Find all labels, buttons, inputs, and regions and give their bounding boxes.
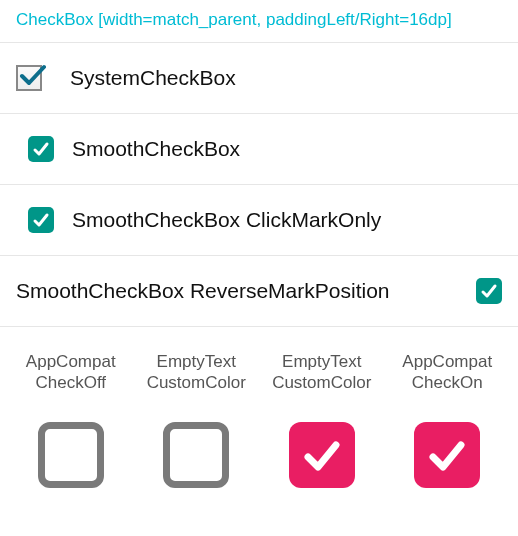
smooth-checkbox-icon[interactable] <box>28 136 54 162</box>
emptytext-customcolor-on-icon[interactable] <box>289 422 355 488</box>
grid-label-emptytext-1: EmptyText CustomColor <box>138 351 256 394</box>
emptytext-customcolor-off-icon[interactable] <box>163 422 229 488</box>
system-checkbox-label: SystemCheckBox <box>70 66 236 90</box>
grid-labels: AppCompat CheckOff EmptyText CustomColor… <box>12 351 506 394</box>
grid-label-emptytext-2: EmptyText CustomColor <box>263 351 381 394</box>
row-smooth-reverse[interactable]: SmoothCheckBox ReverseMarkPosition <box>0 256 518 327</box>
grid-cell-2 <box>263 422 381 488</box>
row-smooth-clickmark[interactable]: SmoothCheckBox ClickMarkOnly <box>0 185 518 256</box>
grid-cell-1 <box>138 422 256 488</box>
grid-label-appcompat-off: AppCompat CheckOff <box>12 351 130 394</box>
grid-checks <box>12 422 506 488</box>
grid-cell-0 <box>12 422 130 488</box>
grid-section: AppCompat CheckOff EmptyText CustomColor… <box>0 327 518 498</box>
appcompat-checkon-icon[interactable] <box>414 422 480 488</box>
smooth-checkbox-label: SmoothCheckBox <box>72 137 240 161</box>
smooth-clickmark-icon[interactable] <box>28 207 54 233</box>
system-checkbox-icon[interactable] <box>16 65 42 91</box>
smooth-clickmark-label: SmoothCheckBox ClickMarkOnly <box>72 208 381 232</box>
smooth-reverse-icon[interactable] <box>476 278 502 304</box>
grid-cell-3 <box>389 422 507 488</box>
smooth-reverse-label: SmoothCheckBox ReverseMarkPosition <box>16 279 458 303</box>
appcompat-checkoff-icon[interactable] <box>38 422 104 488</box>
page-title: CheckBox [width=match_parent, paddingLef… <box>0 0 518 43</box>
row-smooth-checkbox[interactable]: SmoothCheckBox <box>0 114 518 185</box>
grid-label-appcompat-on: AppCompat CheckOn <box>389 351 507 394</box>
row-system-checkbox[interactable]: SystemCheckBox <box>0 43 518 114</box>
